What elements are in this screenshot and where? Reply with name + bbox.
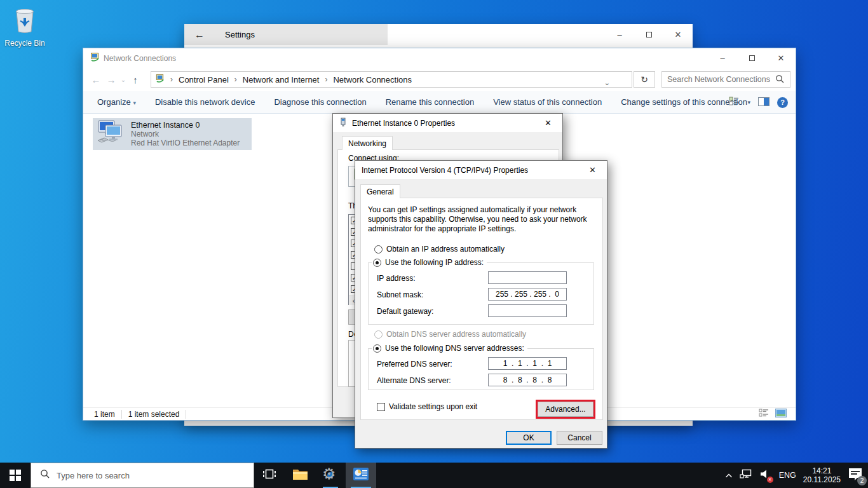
tray-chevron-up-icon[interactable] <box>725 470 733 481</box>
cancel-button[interactable]: Cancel <box>557 431 602 445</box>
radio-obtain-dns: Obtain DNS server address automatically <box>374 330 526 339</box>
radio-use-dns[interactable]: Use the following DNS server addresses: <box>372 344 527 353</box>
volume-muted-icon[interactable]: ✕ <box>759 468 772 482</box>
file-explorer-icon <box>292 468 308 484</box>
items-selected: 1 item selected <box>128 410 180 419</box>
radio-obtain-ip[interactable]: Obtain an IP address automatically <box>374 245 505 254</box>
preferred-dns-label: Preferred DNS server: <box>377 360 452 369</box>
tab-networking[interactable]: Networking <box>342 136 393 150</box>
refresh-button[interactable]: ↻ <box>634 71 655 88</box>
subnet-mask-field[interactable] <box>488 288 567 301</box>
start-button[interactable] <box>0 463 31 488</box>
network-connections-icon <box>90 52 100 65</box>
network-tray-icon[interactable] <box>740 468 752 482</box>
radio-obtain-dns-circle <box>374 330 383 339</box>
nav-history-chevron-icon[interactable]: ⌄ <box>119 76 128 83</box>
ok-button[interactable]: OK <box>506 431 552 445</box>
alternate-dns-field[interactable] <box>488 374 567 386</box>
address-box[interactable]: › Control Panel › Network and Internet ›… <box>151 71 632 88</box>
connection-device: Red Hat VirtIO Ethernet Adapter <box>131 139 240 147</box>
subnet-mask-label: Subnet mask: <box>377 290 423 299</box>
nc-close-button[interactable]: ✕ <box>766 48 796 68</box>
eth-dialog-titlebar: Ethernet Instance 0 Properties ✕ <box>333 114 562 132</box>
thumbnail-view-toggle-icon[interactable] <box>775 409 787 419</box>
address-dropdown-icon[interactable]: ⌄ <box>604 79 610 87</box>
diagnose-connection-command[interactable]: Diagnose this connection <box>274 97 366 107</box>
change-settings-command[interactable]: Change settings of this connection <box>621 97 747 107</box>
breadcrumb-control-panel[interactable]: Control Panel <box>179 75 229 85</box>
nc-search-box[interactable] <box>661 71 790 88</box>
breadcrumb-network-and-internet[interactable]: Network and Internet <box>243 75 320 85</box>
validate-settings-checkbox[interactable]: Validate settings upon exit <box>377 402 477 411</box>
preferred-dns-field[interactable] <box>488 357 567 370</box>
nc-maximize-button[interactable] <box>737 48 766 68</box>
settings-maximize-button[interactable] <box>634 24 663 45</box>
rename-connection-command[interactable]: Rename this connection <box>386 97 474 107</box>
network-connections-app-button[interactable] <box>346 463 376 488</box>
breadcrumb-network-connections[interactable]: Network Connections <box>333 75 412 85</box>
radio-obtain-ip-circle[interactable] <box>374 245 383 254</box>
ipv4-intro-text: You can get IP settings assigned automat… <box>368 205 598 234</box>
nc-search-input[interactable] <box>667 73 772 86</box>
ipv4-dialog-titlebar: Internet Protocol Version 4 (TCP/IPv4) P… <box>355 161 607 179</box>
views-dropdown-icon[interactable]: ▾ <box>747 99 750 105</box>
breadcrumb-separator: › <box>325 75 327 84</box>
recycle-bin-icon <box>11 25 39 36</box>
file-explorer-button[interactable] <box>285 463 315 488</box>
settings-minimize-button[interactable]: – <box>605 24 634 45</box>
items-count: 1 item <box>94 410 115 419</box>
windows-logo-icon <box>10 470 21 481</box>
organize-menu[interactable]: Organize ▾ <box>97 97 136 107</box>
settings-titlebar-left: ← Settings <box>184 24 388 45</box>
validate-checkbox-box[interactable] <box>377 403 385 411</box>
preview-pane-icon[interactable] <box>758 97 770 108</box>
help-icon[interactable]: ? <box>777 97 788 108</box>
default-gateway-label: Default gateway: <box>377 307 433 316</box>
radio-use-ip-circle[interactable] <box>373 259 381 267</box>
details-view-toggle-icon[interactable] <box>759 409 769 419</box>
tab-general[interactable]: General <box>360 184 400 198</box>
recycle-bin[interactable]: Recycle Bin <box>3 5 47 48</box>
desktop: Recycle Bin ← Settings – ✕ <box>0 0 868 488</box>
advanced-button advanced-highlight[interactable]: Advanced... <box>538 402 593 417</box>
organize-dropdown-icon: ▾ <box>133 100 136 106</box>
search-icon <box>40 469 50 482</box>
action-center-button[interactable]: 2 <box>848 467 864 484</box>
nc-title: Network Connections <box>104 54 176 63</box>
clock[interactable]: 14:21 20.11.2025 <box>803 466 841 484</box>
back-arrow-icon[interactable]: ← <box>184 29 215 41</box>
task-view-button[interactable] <box>254 463 285 488</box>
ipv4-dialog-close-button[interactable]: ✕ <box>578 161 607 179</box>
recycle-bin-label: Recycle Bin <box>3 39 47 48</box>
settings-title: Settings <box>225 30 255 39</box>
connection-status: Network <box>131 130 240 139</box>
nav-up-icon[interactable]: ↑ <box>128 74 143 85</box>
ethernet-connection-item[interactable]: Ethernet Instance 0 Network Red Hat Virt… <box>93 118 252 150</box>
language-indicator[interactable]: ENG <box>779 471 796 480</box>
settings-gear-icon: ⚙ <box>322 467 339 484</box>
settings-close-button[interactable]: ✕ <box>663 24 693 45</box>
system-tray: ✕ ENG 14:21 20.11.2025 2 <box>725 463 864 488</box>
ip-address-field[interactable] <box>488 271 567 284</box>
view-status-command[interactable]: View status of this connection <box>493 97 602 107</box>
disable-device-command[interactable]: Disable this network device <box>155 97 255 107</box>
nc-minimize-button[interactable]: – <box>708 48 737 68</box>
taskbar-search-input[interactable] <box>57 471 234 480</box>
nc-titlebar: Network Connections – ✕ <box>83 48 796 68</box>
clock-date: 20.11.2025 <box>803 475 841 484</box>
settings-titlebar: ← Settings – ✕ <box>184 24 693 45</box>
nav-forward-icon[interactable]: → <box>104 74 119 85</box>
radio-use-ip[interactable]: Use the following IP address: <box>372 258 487 267</box>
taskbar-search-box[interactable] <box>31 463 254 488</box>
notification-count-badge: 2 <box>857 476 867 485</box>
network-connections-app-icon <box>353 467 369 484</box>
breadcrumb-separator: › <box>170 75 173 84</box>
radio-use-dns-circle[interactable] <box>373 344 381 353</box>
ipv4-dialog-title: Internet Protocol Version 4 (TCP/IPv4) P… <box>362 166 528 175</box>
eth-dialog-close-button[interactable]: ✕ <box>534 114 562 132</box>
default-gateway-field[interactable] <box>488 304 567 317</box>
nav-back-icon[interactable]: ← <box>88 74 104 85</box>
breadcrumb-separator: › <box>234 75 237 84</box>
views-icon[interactable] <box>729 97 740 108</box>
settings-app-button[interactable]: ⚙ <box>315 463 346 488</box>
